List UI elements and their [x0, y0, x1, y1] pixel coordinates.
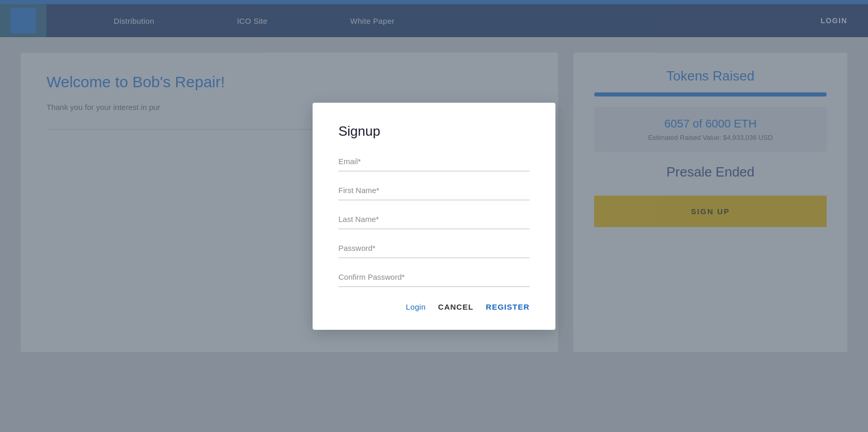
password-field-container: [338, 242, 530, 258]
confirm-password-field-container: [338, 270, 530, 287]
password-input[interactable]: [338, 242, 530, 254]
last-name-input[interactable]: [338, 213, 530, 226]
last-name-field-container: [338, 213, 530, 229]
email-field-container: [338, 155, 530, 171]
modal-actions: Login CANCEL REGISTER: [338, 302, 530, 311]
first-name-field-container: [338, 184, 530, 200]
confirm-password-input[interactable]: [338, 270, 530, 283]
email-input[interactable]: [338, 155, 530, 168]
modal-register-button[interactable]: REGISTER: [486, 302, 530, 311]
first-name-input[interactable]: [338, 184, 530, 197]
modal-login-button[interactable]: Login: [406, 302, 426, 311]
modal-cancel-button[interactable]: CANCEL: [438, 302, 474, 311]
signup-modal: Signup Login CANCEL REGISTER: [313, 103, 555, 330]
modal-title: Signup: [338, 123, 530, 139]
modal-overlay: Signup Login CANCEL REGISTER: [0, 0, 868, 432]
